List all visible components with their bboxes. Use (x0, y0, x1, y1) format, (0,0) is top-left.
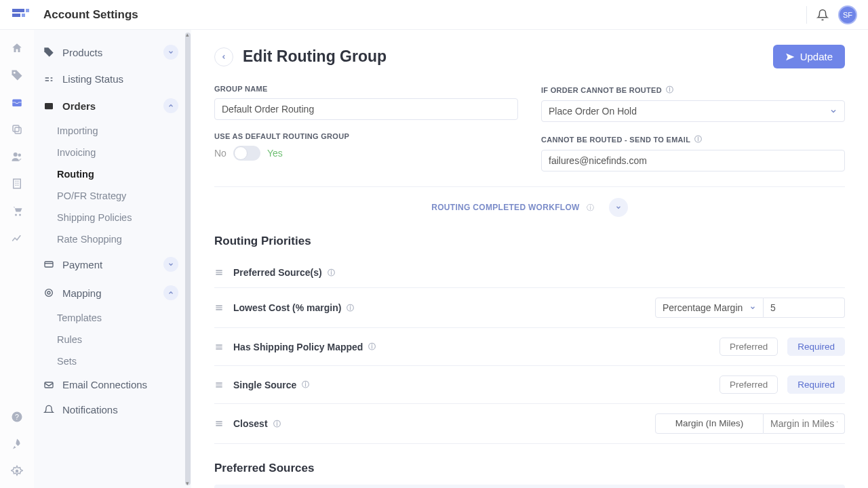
chevron-up-icon (163, 98, 178, 113)
grip-icon[interactable] (214, 303, 224, 312)
group-name-label: Group Name (214, 85, 518, 93)
default-group-toggle[interactable] (233, 146, 260, 161)
group-name-input[interactable] (214, 98, 518, 120)
help-icon[interactable]: ⓘ (694, 134, 702, 144)
email-input[interactable] (541, 150, 845, 171)
help-icon[interactable]: ⓘ (666, 85, 673, 95)
priority-row-shipping-policy: Has Shipping Policy Mapped ⓘ Preferred R… (214, 328, 845, 366)
grip-icon[interactable] (214, 419, 224, 428)
cart-icon[interactable] (11, 205, 23, 217)
help-icon[interactable]: ⓘ (302, 380, 309, 390)
grip-icon[interactable] (214, 342, 224, 352)
chevron-down-icon (829, 107, 837, 115)
help-icon[interactable]: ⓘ (273, 419, 281, 429)
chevron-left-icon (220, 54, 227, 60)
help-icon[interactable]: ⓘ (347, 303, 354, 313)
sidebar-sub-invoicing[interactable]: Invoicing (34, 142, 191, 163)
inbox-icon[interactable] (11, 96, 23, 108)
help-icon[interactable]: ⓘ (328, 268, 335, 278)
bell-icon (43, 405, 54, 415)
svg-point-15 (47, 291, 50, 294)
scrollbar-down-icon[interactable]: ▾ (184, 480, 191, 487)
sidebar-sub-importing[interactable]: Importing (34, 120, 191, 142)
sidebar-group-payment[interactable]: Payment (34, 250, 191, 279)
sidebar-group-mapping[interactable]: Mapping (34, 279, 191, 307)
grip-icon[interactable] (214, 380, 224, 390)
sidebar-sub-routing[interactable]: Routing (34, 163, 191, 185)
gear-icon[interactable] (11, 465, 23, 477)
svg-text:?: ? (15, 413, 19, 421)
preferred-sources-heading: Preferred Sources (214, 462, 845, 475)
sidebar-item-notifications[interactable]: Notifications (34, 397, 191, 422)
home-icon[interactable] (11, 42, 23, 54)
tag-icon[interactable] (11, 69, 23, 81)
inbox-icon (43, 100, 54, 111)
users-icon[interactable] (11, 150, 23, 163)
sidebar-item-email-connections[interactable]: Email Connections (34, 372, 191, 397)
preferred-pill[interactable]: Preferred (719, 338, 778, 356)
help-icon[interactable]: ⓘ (368, 342, 376, 352)
svg-point-8 (19, 214, 21, 216)
sidebar-sub-shipping-policies[interactable]: Shipping Policies (34, 207, 191, 228)
priority-row-closest: Closest ⓘ Margin (In Miles) (214, 404, 845, 444)
svg-point-14 (45, 289, 53, 297)
closest-margin-input[interactable] (764, 413, 845, 434)
use-default-label: Use as default routing group (214, 132, 518, 140)
svg-point-0 (14, 72, 16, 74)
grip-icon[interactable] (214, 268, 224, 277)
logo[interactable] (11, 7, 30, 22)
svg-rect-3 (13, 125, 19, 131)
workflow-label: ROUTING COMPLETED WORKFLOW (431, 203, 579, 212)
sidebar-group-label: Mapping (62, 287, 102, 299)
chart-icon[interactable] (11, 232, 23, 244)
send-icon (785, 52, 795, 62)
email-label: Cannot Be Routed - Send to Email ⓘ (541, 134, 845, 144)
sidebar-group-orders[interactable]: Orders (34, 92, 191, 120)
preferred-pill[interactable]: Preferred (719, 375, 778, 394)
copy-icon[interactable] (11, 123, 23, 136)
priority-label: Lowest Cost (% margin) ⓘ (233, 302, 354, 313)
svg-rect-12 (45, 103, 53, 109)
sidebar-item-label: Listing Status (62, 73, 123, 85)
chevron-up-icon (163, 285, 178, 300)
help-icon[interactable]: ⓘ (587, 203, 594, 213)
help-icon[interactable]: ? (11, 411, 23, 423)
sidebar-group-label: Products (62, 47, 102, 58)
priority-label: Preferred Source(s) ⓘ (233, 267, 335, 278)
sidebar-sub-rules[interactable]: Rules (34, 329, 191, 350)
building-icon[interactable] (11, 178, 23, 190)
update-button-label: Update (800, 51, 833, 62)
content: Edit Routing Group Update Group Name Use… (191, 30, 868, 488)
chevron-down-icon (163, 45, 178, 60)
status-icon (43, 74, 54, 85)
scrollbar-up-icon[interactable]: ▴ (184, 31, 191, 38)
priority-row-single-source: Single Source ⓘ Preferred Required (214, 366, 845, 404)
workflow-expand-button[interactable] (609, 198, 628, 217)
sidebar-sub-pofr[interactable]: PO/FR Strategy (34, 185, 191, 207)
cost-margin-value-input[interactable] (764, 298, 845, 318)
svg-point-5 (18, 154, 22, 157)
update-button[interactable]: Update (773, 45, 845, 68)
sidebar-sub-templates[interactable]: Templates (34, 307, 191, 329)
avatar[interactable]: SF (838, 5, 857, 24)
rocket-icon[interactable] (11, 438, 23, 450)
sidebar-sub-rate-shopping[interactable]: Rate Shopping (34, 228, 191, 250)
back-button[interactable] (214, 47, 233, 66)
toggle-no-label: No (214, 148, 226, 159)
cost-margin-type-select[interactable]: Percentage Margin (655, 298, 764, 318)
svg-rect-2 (15, 127, 21, 134)
svg-point-11 (16, 470, 19, 473)
svg-rect-1 (12, 100, 22, 107)
priority-label: Single Source ⓘ (233, 380, 309, 390)
notification-bell-icon[interactable] (816, 9, 829, 21)
sidebar-item-label: Email Connections (62, 379, 147, 390)
sidebar-group-label: Orders (62, 100, 96, 112)
priority-label: Closest ⓘ (233, 418, 281, 429)
page-title: Edit Routing Group (243, 47, 387, 66)
cannot-route-select[interactable]: Place Order On Hold (541, 100, 845, 122)
required-pill[interactable]: Required (787, 338, 845, 356)
required-pill[interactable]: Required (787, 375, 845, 394)
sidebar-sub-sets[interactable]: Sets (34, 350, 191, 372)
sidebar-item-listing-status[interactable]: Listing Status (34, 66, 191, 92)
sidebar-group-products[interactable]: Products (34, 38, 191, 66)
